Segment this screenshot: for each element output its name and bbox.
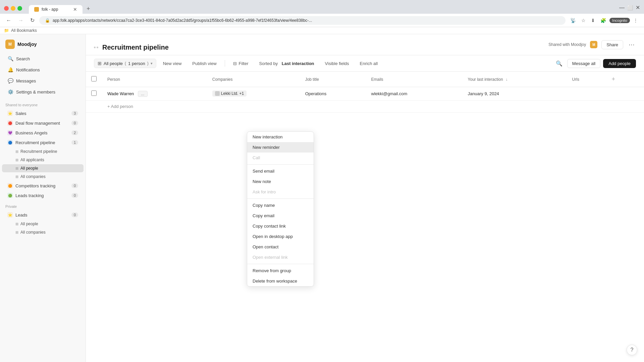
shared-with-text: Shared with Moodjoy	[548, 42, 586, 47]
minimize-button[interactable]	[11, 6, 15, 11]
sub-item-all-applicants[interactable]: ⊞ All applicants	[2, 156, 84, 164]
sales-badge: 3	[71, 111, 78, 116]
download-button[interactable]: ⬇	[589, 16, 597, 24]
close-button[interactable]	[4, 6, 9, 11]
sub-item-all-companies[interactable]: ⊞ All companies	[2, 173, 84, 181]
sidebar-item-settings[interactable]: ⚙️ Settings & members	[2, 86, 84, 97]
table-header: Person Companies Job title	[86, 72, 644, 87]
job-title-value: Operations	[305, 91, 327, 96]
leads-tracking-badge: 0	[71, 193, 78, 198]
cast-button[interactable]: 📡	[568, 16, 578, 24]
extensions-button[interactable]: 🧩	[598, 16, 608, 24]
sidebar-settings-label: Settings & members	[16, 89, 55, 95]
back-button[interactable]: ←	[4, 16, 13, 25]
sales-color-icon: ⭐	[7, 111, 13, 116]
sidebar-item-messages[interactable]: 💬 Messages	[2, 75, 84, 86]
tab-bar: folk - app ✕ +	[25, 3, 97, 14]
sidebar-item-notifications[interactable]: 🔔 Notifications	[2, 64, 84, 75]
sub-item-leads-all-companies[interactable]: ⊞ All companies	[2, 228, 84, 236]
table-icon: ⊞	[98, 61, 102, 66]
context-menu-open-desktop-app[interactable]: Open in desktop app	[247, 231, 314, 242]
sidebar-item-leads[interactable]: ⭐ Leads 0	[2, 210, 84, 220]
sort-button[interactable]: Sorted by Last interaction	[255, 59, 318, 68]
sidebar-item-sales[interactable]: ⭐ Sales 3	[2, 109, 84, 118]
window-close-button[interactable]: ✕	[636, 4, 640, 11]
person-col-label: Person	[107, 77, 120, 82]
context-menu-copy-contact-link[interactable]: Copy contact link	[247, 221, 314, 231]
extra-cell	[603, 87, 644, 101]
nav-bar: ← → ↻ 🔒 app.folk.app/apps/contacts/netwo…	[0, 14, 644, 27]
business-angels-label: Business Angels	[15, 130, 47, 135]
urls-cell	[567, 87, 604, 101]
sub-item-leads-all-people[interactable]: ⊞ All people	[2, 220, 84, 228]
select-all-checkbox[interactable]	[91, 76, 97, 81]
toolbar-separator-1	[225, 60, 225, 67]
menu-button[interactable]: ⋮	[631, 16, 640, 24]
sidebar-item-recruitment-pipeline[interactable]: 🔵 Recruitment pipeline 1	[2, 138, 84, 147]
org-icon: M	[5, 40, 15, 49]
add-col-header: +	[603, 72, 644, 87]
lock-icon: 🔒	[45, 18, 50, 23]
table-header-row: Person Companies Job title	[86, 72, 644, 87]
new-view-button[interactable]: New view	[159, 59, 186, 68]
context-menu-new-interaction[interactable]: New interaction	[247, 132, 314, 142]
view-selector[interactable]: ⊞ All people ( 1 person ) ▾	[94, 59, 156, 68]
emails-col-label: Emails	[371, 77, 383, 82]
enrich-all-button[interactable]: Enrich all	[356, 59, 382, 68]
context-menu-new-note[interactable]: New note	[247, 176, 314, 187]
search-button[interactable]: 🔍	[554, 59, 565, 68]
active-tab[interactable]: folk - app ✕	[29, 5, 83, 14]
address-bar[interactable]: 🔒 app.folk.app/apps/contacts/network/cca…	[39, 16, 566, 25]
window-maximize-button[interactable]: ⬜	[627, 4, 633, 11]
row-more-button[interactable]: …	[138, 91, 148, 97]
forward-button[interactable]: →	[16, 16, 25, 25]
sales-label: Sales	[15, 111, 26, 116]
sub-item-all-people-label: All people	[20, 166, 38, 171]
companies-cell: Lekki Ltd. +1	[207, 87, 300, 101]
context-menu-separator-2	[247, 198, 314, 199]
sidebar-item-business-angels[interactable]: 💜 Business Angels 2	[2, 128, 84, 137]
shared-groups: ⭐ Sales 3 🔴 Deal flow management 0 💜 Bus…	[0, 108, 86, 200]
context-menu-delete-from-workspace[interactable]: Delete from workspace	[247, 276, 314, 286]
tab-close-button[interactable]: ✕	[73, 7, 77, 12]
context-menu-open-contact[interactable]: Open contact	[247, 242, 314, 252]
incognito-badge: Incognito	[609, 18, 630, 23]
add-person-checkbox-cell	[86, 101, 102, 113]
bookmark-button[interactable]: ☆	[579, 16, 588, 24]
person-col-header: Person	[102, 72, 207, 87]
reload-button[interactable]: ↻	[28, 16, 37, 25]
add-people-button[interactable]: Add people	[603, 59, 636, 68]
tab-title: folk - app	[42, 7, 58, 12]
help-button[interactable]: ?	[627, 345, 637, 355]
context-menu-separator-3	[247, 264, 314, 264]
context-menu-send-email[interactable]: Send email	[247, 166, 314, 176]
window-minimize-button[interactable]: —	[619, 4, 625, 11]
sidebar-item-search[interactable]: 🔍 Search	[2, 53, 84, 64]
view-count-close: )	[147, 61, 149, 66]
add-column-button[interactable]: +	[609, 74, 618, 84]
competitors-badge: 0	[71, 183, 78, 188]
context-menu-copy-email[interactable]: Copy email	[247, 210, 314, 221]
view-count-text: 1 person	[128, 61, 145, 66]
row-checkbox[interactable]	[91, 90, 97, 96]
add-person-button[interactable]: + Add person	[107, 104, 133, 109]
sidebar-item-leads-tracking[interactable]: 🟢 Leads tracking 0	[2, 191, 84, 200]
context-menu-remove-from-group[interactable]: Remove from group	[247, 265, 314, 276]
gear-icon: ⚙️	[7, 89, 13, 95]
context-menu-new-reminder[interactable]: New reminder	[247, 142, 314, 153]
new-tab-button[interactable]: +	[84, 4, 93, 14]
maximize-button[interactable]	[17, 6, 22, 11]
sidebar-item-deal-flow[interactable]: 🔴 Deal flow management 0	[2, 118, 84, 128]
sub-item-recruitment-pipeline[interactable]: ⊞ Recruitment pipeline	[2, 147, 84, 156]
leads-color-icon: ⭐	[7, 212, 13, 218]
publish-view-button[interactable]: Publish view	[188, 59, 220, 68]
share-button[interactable]: Share	[601, 40, 623, 49]
header-more-button[interactable]: ⋯	[627, 40, 636, 50]
context-menu-copy-name[interactable]: Copy name	[247, 200, 314, 210]
sidebar-item-competitors-tracking[interactable]: 🟠 Competitors tracking 0	[2, 181, 84, 190]
contacts-table: Person Companies Job title	[86, 72, 644, 113]
sub-item-all-people[interactable]: ⊞ All people	[2, 164, 84, 172]
filter-button[interactable]: ⊟ Filter	[229, 59, 253, 68]
message-all-button[interactable]: Message all	[567, 59, 600, 68]
visible-fields-button[interactable]: Visible fields	[321, 59, 353, 68]
